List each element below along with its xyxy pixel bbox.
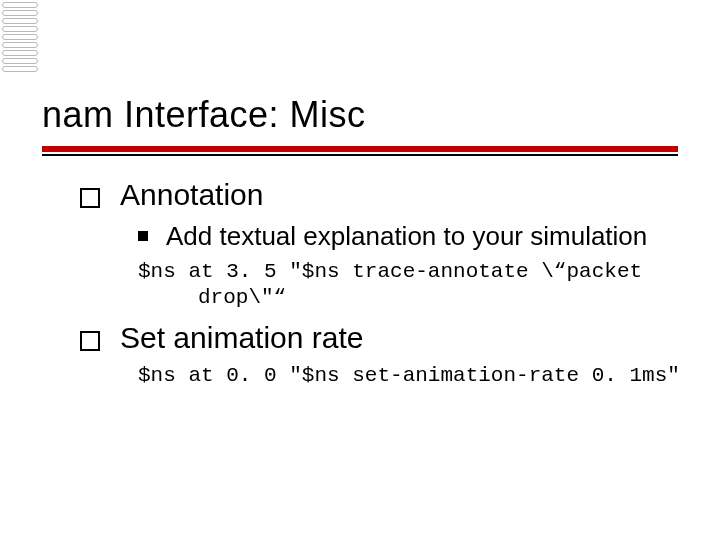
- code-line: $ns at 0. 0 "$ns set-animation-rate 0. 1…: [138, 364, 680, 387]
- hollow-square-icon: [80, 331, 100, 351]
- thin-underline: [42, 154, 678, 156]
- spiral-binding-decoration: [0, 0, 40, 80]
- slide-body: Annotation Add textual explanation to yo…: [80, 178, 680, 399]
- filled-square-icon: [138, 231, 148, 241]
- code-trace-annotate: $ns at 3. 5 "$ns trace-annotate \“packet…: [138, 259, 680, 312]
- bullet-text: Annotation: [120, 178, 263, 212]
- title-block: nam Interface: Misc: [42, 94, 678, 156]
- slide: nam Interface: Misc Annotation Add textu…: [0, 0, 720, 540]
- bullet-text: Set animation rate: [120, 321, 363, 355]
- subbullet-text: Add textual explanation to your simulati…: [166, 220, 647, 253]
- bullet-set-animation-rate: Set animation rate: [80, 321, 680, 355]
- code-line: drop\"“: [138, 285, 680, 311]
- red-underline: [42, 146, 678, 152]
- hollow-square-icon: [80, 188, 100, 208]
- code-line: $ns at 3. 5 "$ns trace-annotate \“packet: [138, 260, 642, 283]
- subbullet-add-textual: Add textual explanation to your simulati…: [138, 220, 680, 253]
- code-set-animation-rate: $ns at 0. 0 "$ns set-animation-rate 0. 1…: [138, 363, 680, 389]
- bullet-annotation: Annotation: [80, 178, 680, 212]
- slide-title: nam Interface: Misc: [42, 94, 678, 136]
